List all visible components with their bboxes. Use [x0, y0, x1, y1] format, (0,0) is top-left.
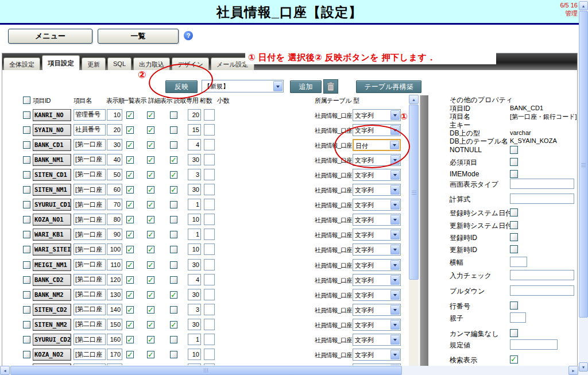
display-order-input[interactable]	[107, 154, 122, 165]
digits-input[interactable]	[188, 259, 201, 270]
dropdown-arrow-icon[interactable]	[390, 320, 400, 330]
property-checkbox[interactable]	[510, 158, 518, 166]
digits-input[interactable]	[188, 199, 201, 210]
list-display-checkbox[interactable]	[126, 306, 134, 314]
field-id-box[interactable]: WARI_KB1	[33, 229, 71, 241]
readonly-checkbox[interactable]	[170, 261, 177, 269]
field-id-box[interactable]: KANRI_NO	[33, 109, 71, 121]
detail-display-checkbox[interactable]	[147, 291, 154, 299]
type-select[interactable]: 文字列	[353, 199, 401, 211]
property-checkbox[interactable]	[510, 329, 518, 337]
list-display-checkbox[interactable]	[126, 231, 134, 238]
row-select-checkbox[interactable]	[23, 306, 30, 314]
field-id-box[interactable]: SYAIN_NO	[33, 124, 71, 136]
list-display-checkbox[interactable]	[126, 291, 134, 299]
detail-display-checkbox[interactable]	[147, 156, 154, 164]
decimals-input[interactable]	[204, 334, 215, 345]
display-order-input[interactable]	[107, 274, 122, 285]
dropdown-arrow-icon[interactable]	[390, 350, 400, 359]
detail-display-checkbox[interactable]	[147, 336, 154, 343]
display-order-input[interactable]	[107, 349, 122, 360]
property-input[interactable]	[510, 312, 526, 323]
detail-display-checkbox[interactable]	[147, 171, 154, 179]
digits-input[interactable]	[188, 274, 201, 285]
row-select-checkbox[interactable]	[23, 186, 30, 194]
row-select-checkbox[interactable]	[23, 276, 30, 284]
list-display-checkbox[interactable]	[126, 126, 134, 134]
readonly-checkbox[interactable]	[170, 306, 177, 314]
field-name-input[interactable]	[74, 319, 106, 330]
property-checkbox[interactable]	[510, 233, 518, 241]
menu-button[interactable]: メニュー	[8, 29, 92, 44]
detail-display-checkbox[interactable]	[147, 216, 154, 223]
field-id-box[interactable]: BANK_NM1	[33, 154, 71, 166]
grid-vscroll-thumb[interactable]	[409, 105, 419, 280]
list-display-checkbox[interactable]	[126, 216, 134, 223]
display-order-input[interactable]	[107, 334, 122, 345]
decimals-input[interactable]	[204, 169, 215, 180]
decimals-input[interactable]	[204, 109, 215, 121]
field-name-input[interactable]	[74, 184, 106, 195]
display-order-input[interactable]	[107, 289, 122, 300]
hscroll-thumb[interactable]	[10, 366, 402, 375]
row-select-checkbox[interactable]	[23, 321, 30, 328]
item-target-select[interactable]: 【新規】	[202, 80, 284, 92]
field-id-box[interactable]: MEIGI_NM1	[33, 259, 71, 271]
add-button[interactable]: 追加	[290, 80, 322, 93]
detail-display-checkbox[interactable]	[147, 321, 154, 328]
page-vscroll-up-button[interactable]: ▲	[579, 1, 588, 10]
field-name-input[interactable]	[74, 169, 106, 180]
detail-display-checkbox[interactable]	[147, 231, 154, 238]
display-order-input[interactable]	[107, 124, 122, 136]
select-all-checkbox[interactable]	[23, 96, 30, 104]
list-display-checkbox[interactable]	[126, 351, 134, 358]
decimals-input[interactable]	[204, 229, 215, 240]
detail-display-checkbox[interactable]	[147, 306, 154, 314]
field-name-input[interactable]	[74, 289, 106, 300]
property-checkbox[interactable]	[510, 355, 518, 364]
readonly-checkbox[interactable]	[170, 156, 177, 164]
display-order-input[interactable]	[107, 109, 122, 121]
type-select[interactable]: 文字列	[353, 304, 401, 316]
readonly-checkbox[interactable]	[170, 171, 177, 179]
row-select-checkbox[interactable]	[23, 111, 30, 119]
digits-input[interactable]	[188, 169, 201, 180]
row-select-checkbox[interactable]	[23, 261, 30, 269]
decimals-input[interactable]	[204, 364, 215, 365]
type-select[interactable]: 文字列	[353, 349, 401, 361]
property-input[interactable]	[510, 179, 574, 189]
readonly-checkbox[interactable]	[170, 186, 177, 194]
row-select-checkbox[interactable]	[23, 126, 30, 134]
digits-input[interactable]	[188, 139, 201, 150]
field-name-input[interactable]	[74, 139, 106, 150]
readonly-checkbox[interactable]	[170, 291, 177, 299]
field-name-input[interactable]	[74, 214, 106, 225]
readonly-checkbox[interactable]	[170, 246, 177, 253]
display-order-input[interactable]	[107, 259, 122, 270]
field-id-box[interactable]: KOZA_NO1	[33, 214, 71, 226]
property-checkbox[interactable]	[510, 221, 518, 229]
type-select[interactable]: 文字列	[353, 229, 401, 241]
dropdown-arrow-icon[interactable]	[390, 185, 400, 195]
property-input[interactable]	[510, 270, 574, 280]
rebuild-table-button[interactable]: テーブル再構築	[356, 80, 421, 93]
row-select-checkbox[interactable]	[23, 141, 30, 149]
display-order-input[interactable]	[107, 304, 122, 315]
hscroll-right-button[interactable]: ►	[568, 366, 578, 375]
list-button[interactable]: 一覧	[98, 29, 179, 44]
hscroll-left-button[interactable]: ◄	[0, 366, 10, 375]
field-name-input[interactable]	[74, 334, 106, 345]
readonly-checkbox[interactable]	[170, 216, 177, 223]
list-display-checkbox[interactable]	[126, 321, 134, 328]
dropdown-arrow-icon[interactable]	[390, 290, 400, 300]
digits-input[interactable]	[188, 229, 201, 240]
decimals-input[interactable]	[204, 243, 215, 255]
row-select-checkbox[interactable]	[23, 336, 30, 343]
dropdown-arrow-icon[interactable]	[390, 230, 400, 239]
type-select[interactable]: 文字列	[353, 169, 401, 181]
type-select[interactable]: 文字列	[353, 274, 401, 286]
display-order-input[interactable]	[107, 139, 122, 150]
type-select[interactable]: 文字列	[353, 184, 401, 196]
dropdown-arrow-icon[interactable]	[390, 275, 400, 285]
readonly-checkbox[interactable]	[170, 351, 177, 358]
